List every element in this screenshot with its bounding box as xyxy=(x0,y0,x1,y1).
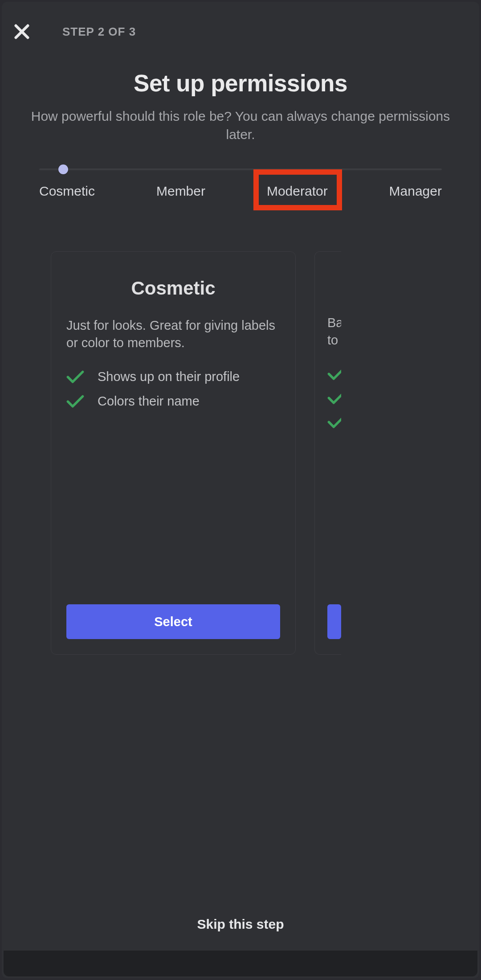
card-features: Shows up on their profile Colors their n… xyxy=(66,369,280,409)
header-row: STEP 2 OF 3 xyxy=(2,2,479,42)
slider-thumb[interactable] xyxy=(58,164,68,174)
feature-item xyxy=(327,367,341,381)
card-cosmetic: Cosmetic Just for looks. Great for givin… xyxy=(51,251,296,655)
card-description: Just for looks. Great for giving labels … xyxy=(66,317,280,352)
slider-track[interactable] xyxy=(39,168,442,170)
slider-label-manager[interactable]: Manager xyxy=(389,184,442,199)
checkmark-icon xyxy=(327,367,341,381)
skip-step-link[interactable]: Skip this step xyxy=(2,917,479,932)
checkmark-icon xyxy=(66,370,84,384)
slider-label-cosmetic[interactable]: Cosmetic xyxy=(39,184,95,199)
step-indicator: STEP 2 OF 3 xyxy=(62,25,136,39)
checkmark-icon xyxy=(66,394,84,409)
select-button[interactable]: Select xyxy=(66,604,280,639)
slider-label-moderator[interactable]: Moderator xyxy=(267,184,328,199)
bottom-nav-bar xyxy=(4,951,477,976)
slider-label-member[interactable]: Member xyxy=(156,184,205,199)
feature-text: Colors their name xyxy=(98,394,200,409)
page-title: Set up permissions xyxy=(2,70,479,97)
checkmark-icon xyxy=(327,415,341,429)
close-icon xyxy=(12,21,32,42)
card-member-peek[interactable]: Basto t xyxy=(314,251,341,655)
feature-text: Shows up on their profile xyxy=(98,369,240,384)
feature-item: Shows up on their profile xyxy=(66,369,280,384)
select-button[interactable] xyxy=(327,604,341,639)
feature-item: Colors their name xyxy=(66,394,280,409)
feature-item xyxy=(327,391,341,405)
feature-item xyxy=(327,415,341,429)
permission-cards: Cosmetic Just for looks. Great for givin… xyxy=(51,251,341,655)
modal-frame: STEP 2 OF 3 Set up permissions How power… xyxy=(2,2,479,978)
card-title: Cosmetic xyxy=(66,278,280,299)
slider-labels: Cosmetic Member Moderator Manager xyxy=(39,184,442,199)
page-subtitle: How powerful should this role be? You ca… xyxy=(20,107,461,144)
slider-label-moderator-text: Moderator xyxy=(267,184,328,198)
card-description: Basto t xyxy=(327,314,341,349)
checkmark-icon xyxy=(327,391,341,405)
card-features xyxy=(327,367,341,429)
close-button[interactable] xyxy=(12,21,32,42)
permission-slider: Cosmetic Member Moderator Manager xyxy=(2,168,479,199)
